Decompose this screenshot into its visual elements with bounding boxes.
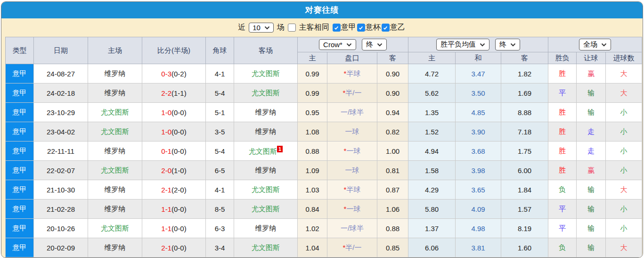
col-away: 客场 — [234, 37, 298, 64]
handicap-result-cell: 走 — [577, 122, 606, 141]
away-team-cell: 尤文图斯 — [234, 64, 298, 83]
handicap-cell: *半球 — [327, 180, 377, 200]
match-count-value: 10 — [253, 24, 261, 32]
page: 对赛往绩 近 10 场 主客相同 意甲意杯意乙 — [0, 0, 644, 258]
odds-home-cell: 0.99 — [298, 64, 327, 83]
result-cell: 胜 — [548, 103, 577, 122]
handicap-result-cell: 输 — [577, 219, 606, 238]
table-row: 意甲22-11-11维罗纳0-1(0-0)5-4尤文图斯10.88*一球1.00… — [6, 141, 642, 161]
goals-cell: 小 — [606, 122, 642, 141]
col-avg-away: 客 — [501, 52, 548, 64]
date-cell: 22-02-07 — [34, 161, 88, 180]
date-cell: 20-10-26 — [34, 219, 88, 238]
away-team-cell: 维罗纳 — [234, 219, 298, 238]
league-checkbox-2[interactable] — [382, 24, 390, 32]
league-badge: 意甲 — [6, 238, 34, 258]
chevron-down-icon — [264, 26, 270, 30]
corners-cell: 6-3 — [206, 219, 234, 238]
matches-label: 场 — [277, 23, 285, 33]
handicap-result-cell: 赢 — [577, 64, 606, 83]
avg-group-header: 胜平负均值 终 — [408, 37, 548, 52]
table-row: 意甲21-02-28维罗纳1-1(0-0)8-5尤文图斯0.84*一球1.065… — [6, 200, 642, 219]
score-cell: 2-2(1-1) — [142, 83, 206, 103]
home-team-cell: 尤文图斯 — [88, 103, 142, 122]
col-corners: 角球 — [206, 37, 234, 64]
corners-cell: 5-4 — [206, 83, 234, 103]
match-count-select[interactable]: 10 — [249, 23, 274, 33]
col-type: 类型 — [6, 37, 34, 64]
home-team-cell: 尤文图斯 — [88, 122, 142, 141]
odds-home-cell: 1.08 — [298, 122, 327, 141]
odds-away-cell: 0.90 — [377, 83, 408, 103]
scope-select[interactable]: 全场 — [579, 39, 611, 50]
odds-company-select[interactable]: Crow* — [319, 39, 356, 50]
result-cell: 负 — [548, 180, 577, 200]
goals-cell: 小 — [606, 141, 642, 161]
col-avg-draw: 和 — [456, 52, 501, 64]
home-team-cell: 维罗纳 — [88, 83, 142, 103]
avg-away-cell: 7.18 — [501, 122, 548, 141]
result-cell: 平 — [548, 200, 577, 219]
col-handicap-result: 让球 — [577, 52, 606, 64]
col-odds-away: 客 — [377, 52, 408, 64]
odds-time-select[interactable]: 终 — [362, 39, 387, 50]
score-cell: 1-1(0-0) — [142, 219, 206, 238]
odds-away-cell: 1.06 — [377, 200, 408, 219]
goals-cell: 小 — [606, 219, 642, 238]
league-badge: 意甲 — [6, 141, 34, 161]
handicap-cell: *半球 — [327, 64, 377, 83]
avg-draw-cell: 3.98 — [456, 161, 501, 180]
away-team-cell: 尤文图斯 — [234, 83, 298, 103]
avg-draw-cell: 3.50 — [456, 83, 501, 103]
odds-home-cell: 1.09 — [298, 161, 327, 180]
avg-home-cell: 5.80 — [408, 200, 456, 219]
same-venue-label: 主客相同 — [299, 23, 329, 33]
goals-cell: 小 — [606, 103, 642, 122]
avg-home-cell: 1.52 — [408, 122, 456, 141]
date-cell: 24-02-18 — [34, 83, 88, 103]
avg-home-cell: 4.29 — [408, 180, 456, 200]
home-team-cell: 维罗纳 — [88, 238, 142, 258]
odds-away-cell: 0.94 — [377, 103, 408, 122]
avg-time-select[interactable]: 终 — [495, 39, 520, 50]
handicap-result-cell: 输 — [577, 200, 606, 219]
away-team-cell: 尤文图斯 — [234, 238, 298, 258]
note-badge: 1 — [277, 146, 283, 152]
avg-away-cell: 6.00 — [501, 161, 548, 180]
handicap-result-cell: 输 — [577, 238, 606, 258]
table-area: 类型 日期 主场 比分(半场) 角球 客场 Crow* — [1, 37, 643, 258]
chevron-down-icon — [601, 43, 607, 47]
avg-draw-cell: 4.98 — [456, 219, 501, 238]
league-checkbox-0[interactable] — [333, 24, 341, 32]
result-cell: 平 — [548, 83, 577, 103]
chevron-down-icon — [346, 43, 352, 47]
odds-away-cell: 0.81 — [377, 161, 408, 180]
away-team-cell: 尤文图斯1 — [234, 141, 298, 161]
avg-away-cell: 1.57 — [501, 200, 548, 219]
score-cell: 2-1(2-0) — [142, 180, 206, 200]
avg-draw-cell: 4.85 — [456, 103, 501, 122]
handicap-cell: *半/一 — [327, 83, 377, 103]
table-row: 意甲24-08-27维罗纳0-3(0-2)4-1尤文图斯0.99*半球0.904… — [6, 64, 642, 83]
result-cell: 胜 — [548, 141, 577, 161]
league-checkbox-1[interactable] — [357, 24, 365, 32]
goals-cell: 小 — [606, 161, 642, 180]
avg-draw-cell: 3.65 — [456, 180, 501, 200]
odds-home-cell: 0.84 — [298, 200, 327, 219]
avg-away-cell: 8.88 — [501, 103, 548, 122]
same-venue-checkbox[interactable] — [288, 24, 296, 32]
result-cell: 胜 — [548, 161, 577, 180]
col-odds-home: 主 — [298, 52, 327, 64]
date-cell: 23-04-02 — [34, 122, 88, 141]
result-group-header: 全场 — [548, 37, 642, 52]
head-to-head-table: 类型 日期 主场 比分(半场) 角球 客场 Crow* — [5, 37, 642, 258]
goals-cell: 大 — [606, 180, 642, 200]
corners-cell: 6-5 — [206, 161, 234, 180]
score-cell: 2-0(1-0) — [142, 161, 206, 180]
handicap-result-cell: 走 — [577, 141, 606, 161]
avg-type-select[interactable]: 胜平负均值 — [436, 39, 489, 50]
away-team-cell: 维罗纳 — [234, 103, 298, 122]
avg-draw-cell: 3.47 — [456, 64, 501, 83]
table-row: 意甲20-02-09维罗纳2-1(0-0)3-4尤文图斯1.04*半/一0.85… — [6, 238, 642, 258]
away-team-cell: 尤文图斯 — [234, 200, 298, 219]
